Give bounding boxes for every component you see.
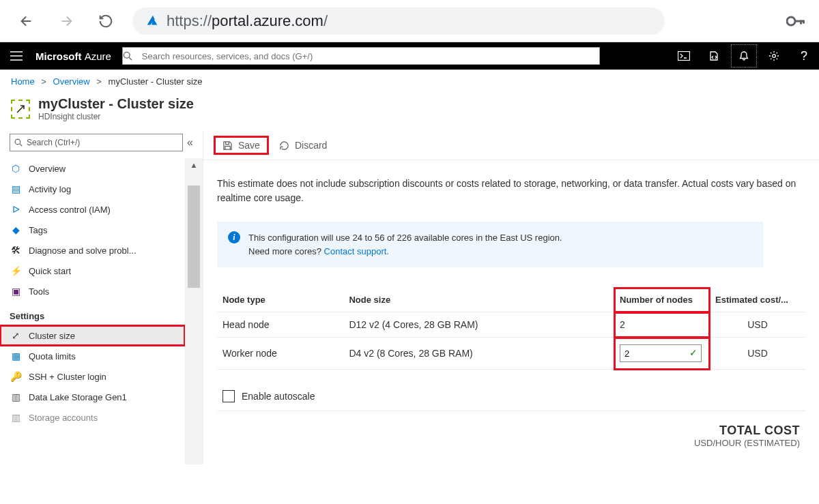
breadcrumb: Home > Overview > myCluster - Cluster si… [0,70,819,93]
info-box: i This configuration will use 24 to 56 o… [217,222,763,267]
col-node-size: Node size [343,288,614,312]
col-estimated-cost: Estimated cost/... [710,288,805,312]
forward-button[interactable] [53,8,79,34]
azure-topbar: Microsoft Azure ? [0,42,819,70]
sidebar-item-storage-accounts[interactable]: ▥Storage accounts [0,407,185,428]
save-button[interactable]: Save [214,136,268,154]
autoscale-checkbox[interactable] [222,390,235,402]
page-subtitle: HDInsight cluster [38,112,194,121]
menu-button[interactable] [0,51,33,61]
page-header: myCluster - Cluster size HDInsight clust… [0,93,819,131]
svg-point-6 [773,55,776,58]
check-icon: ✓ [689,347,698,358]
settings-icon[interactable] [759,42,789,70]
sidebar-item-tags[interactable]: ◆Tags [0,220,185,240]
sidebar-item-tools[interactable]: ▣Tools [0,281,185,301]
sidebar-scrollbar[interactable]: ▲ [185,158,203,464]
help-icon[interactable]: ? [789,42,819,70]
resource-icon [11,100,30,119]
svg-rect-2 [800,20,802,24]
lightning-icon: ⚡ [10,265,22,276]
top-actions: ? [669,42,819,70]
svg-point-4 [124,52,130,58]
url-bar[interactable]: https://portal.azure.com/ [132,8,665,35]
storage-icon: ▥ [10,412,22,423]
sidebar-item-access-control[interactable]: ᐅAccess control (IAM) [0,199,185,220]
notifications-icon[interactable] [729,42,759,70]
command-bar: Save Discard [203,131,819,160]
tools-icon: ▣ [10,286,22,297]
browser-toolbar: https://portal.azure.com/ [0,0,819,42]
cloud-shell-icon[interactable] [669,42,699,70]
sidebar-item-overview[interactable]: ⬡Overview [0,158,185,179]
svg-point-0 [787,17,795,25]
main-content: Save Discard This estimate does not incl… [203,131,819,464]
sidebar-item-ssh[interactable]: 🔑SSH + Cluster login [0,366,185,387]
discard-icon [279,140,289,151]
contact-support-link[interactable]: Contact support. [324,246,389,256]
key-icon: 🔑 [10,371,22,382]
sidebar-item-data-lake[interactable]: ▥Data Lake Storage Gen1 [0,387,185,407]
crumb-current: myCluster - Cluster size [109,76,203,87]
svg-point-7 [15,139,20,145]
log-icon: ▤ [10,183,22,194]
storage-icon: ▥ [10,391,22,402]
overview-icon: ⬡ [10,163,22,174]
col-number-of-nodes: Number of nodes [614,288,710,312]
key-icon[interactable] [786,16,805,27]
total-cost: TOTAL COST USD/HOUR (ESTIMATED) [217,411,805,448]
svg-rect-1 [794,20,804,22]
table-row-worker-node: Worker node D4 v2 (8 Cores, 28 GB RAM) ✓… [217,338,805,370]
search-icon [123,51,142,61]
scale-icon: ⤢ [10,330,22,341]
search-icon [14,138,23,147]
collapse-icon[interactable]: « [187,136,193,149]
sidebar-search[interactable]: Search (Ctrl+/) [10,134,183,151]
sidebar: Search (Ctrl+/) « ▲ ⬡Overview ▤Activity … [0,131,203,464]
directory-icon[interactable] [699,42,729,70]
info-line2-pre: Need more cores? [248,246,324,256]
sidebar-item-diagnose[interactable]: 🛠Diagnose and solve probl... [0,240,185,261]
autoscale-label: Enable autoscale [242,391,315,402]
discard-button[interactable]: Discard [271,136,335,154]
crumb-home[interactable]: Home [11,76,35,87]
sidebar-item-quota-limits[interactable]: ▦Quota limits [0,346,185,366]
sidebar-settings-header: Settings [0,301,203,325]
quota-icon: ▦ [10,351,22,361]
global-search[interactable] [122,47,600,65]
sidebar-search-placeholder: Search (Ctrl+/) [27,138,80,147]
nodes-table: Node type Node size Number of nodes Esti… [217,288,805,370]
tag-icon: ◆ [10,224,22,235]
page-title: myCluster - Cluster size [38,96,194,112]
brand: Microsoft Azure [33,50,122,62]
sidebar-item-activity-log[interactable]: ▤Activity log [0,179,185,199]
back-button[interactable] [14,8,40,34]
col-node-type: Node type [217,288,343,312]
azure-logo-icon [145,14,160,29]
iam-icon: ᐅ [10,204,22,215]
enable-autoscale-row[interactable]: Enable autoscale [217,382,805,411]
svg-rect-3 [803,20,805,23]
url-text: https://portal.azure.com/ [167,12,328,30]
info-line1: This configuration will use 24 to 56 of … [248,231,562,245]
save-icon [222,140,233,151]
sidebar-item-quick-start[interactable]: ⚡Quick start [0,261,185,281]
table-row-head-node: Head node D12 v2 (4 Cores, 28 GB RAM) 2 … [217,312,805,338]
reload-button[interactable] [93,8,119,34]
wrench-icon: 🛠 [10,245,22,256]
cost-description: This estimate does not include subscript… [217,177,805,205]
crumb-overview[interactable]: Overview [53,76,90,87]
info-icon: i [228,231,240,243]
global-search-input[interactable] [142,51,599,61]
sidebar-item-cluster-size[interactable]: ⤢Cluster size [0,325,185,346]
svg-rect-5 [678,52,690,61]
